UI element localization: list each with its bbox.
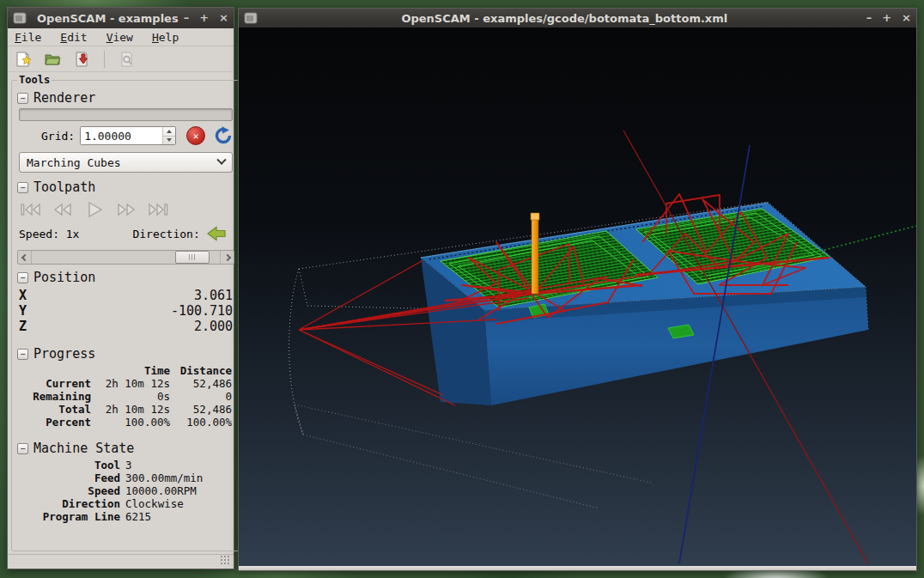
cutting-tool bbox=[531, 213, 539, 294]
speed-label: Speed: 1x bbox=[19, 228, 79, 240]
window-title: OpenSCAM - examples/gcode/botomata_botto… bbox=[263, 12, 866, 25]
skip-to-start-button[interactable] bbox=[19, 200, 43, 219]
preview-icon bbox=[119, 51, 136, 68]
open-file-button[interactable] bbox=[42, 49, 63, 70]
grid-spin-down[interactable] bbox=[163, 136, 175, 145]
window-icon bbox=[13, 12, 27, 24]
window-title: OpenSCAM - examples bbox=[32, 12, 184, 25]
close-button[interactable]: × bbox=[219, 8, 228, 28]
position-row-y: Y-100.710 bbox=[17, 303, 234, 319]
chevron-down-icon bbox=[216, 155, 226, 165]
machine-state-section-title: Machine State bbox=[33, 441, 134, 456]
right-titlebar[interactable]: OpenSCAM - examples/gcode/botomata_botto… bbox=[239, 9, 916, 27]
render-algorithm-value: Marching Cubes bbox=[27, 156, 218, 169]
play-icon bbox=[83, 201, 106, 218]
maximize-button[interactable]: + bbox=[199, 8, 209, 28]
progress-section-title: Progress bbox=[33, 346, 95, 362]
position-section-title: Position bbox=[33, 270, 95, 285]
3d-viewport[interactable] bbox=[239, 27, 916, 565]
grid-spin-up[interactable] bbox=[163, 127, 175, 136]
position-collapse-button[interactable]: − bbox=[17, 272, 28, 283]
menu-edit[interactable]: Edit bbox=[60, 31, 87, 44]
tools-group: Tools − Renderer Grid: ✕ bbox=[11, 74, 240, 551]
refresh-icon bbox=[214, 126, 233, 145]
grid-input[interactable] bbox=[81, 127, 162, 144]
toolpath-scrollbar[interactable] bbox=[17, 250, 234, 265]
close-button[interactable]: × bbox=[902, 8, 911, 28]
spin-up-icon bbox=[167, 130, 172, 133]
skip-to-end-icon bbox=[147, 202, 169, 217]
toolbar bbox=[8, 46, 234, 72]
menu-view[interactable]: View bbox=[106, 31, 133, 44]
table-row: Current2h 10m 12s52,486 bbox=[19, 377, 233, 390]
machine-state-table: Tool3 Feed300.00mm/min Speed10000.00RPM … bbox=[19, 459, 233, 523]
new-file-icon bbox=[15, 51, 32, 68]
left-titlebar[interactable]: OpenSCAM - examples – + × bbox=[8, 8, 234, 28]
progress-table: TimeDistance Current2h 10m 12s52,486 Rem… bbox=[19, 364, 233, 429]
save-icon bbox=[73, 51, 90, 68]
table-row: Tool3 bbox=[19, 459, 233, 472]
rewind-button[interactable] bbox=[51, 200, 75, 219]
render-algorithm-select[interactable]: Marching Cubes bbox=[19, 152, 233, 173]
fast-forward-button[interactable] bbox=[114, 200, 138, 219]
grid-spinbox bbox=[80, 126, 176, 145]
minimize-button[interactable]: – bbox=[866, 8, 872, 28]
scrollbar-thumb[interactable] bbox=[175, 251, 210, 264]
window-icon bbox=[244, 12, 258, 24]
viewer-window: OpenSCAM - examples/gcode/botomata_botto… bbox=[238, 8, 917, 571]
chevron-left-icon bbox=[21, 253, 27, 260]
playback-controls bbox=[19, 200, 233, 219]
chevron-right-icon bbox=[223, 253, 230, 260]
tools-group-label: Tools bbox=[17, 74, 52, 86]
resize-grip[interactable] bbox=[220, 555, 231, 566]
play-button[interactable] bbox=[82, 200, 106, 219]
spin-down-icon bbox=[167, 138, 172, 142]
skip-to-end-button[interactable] bbox=[146, 200, 170, 219]
skip-to-start-icon bbox=[20, 202, 42, 217]
table-row: Remaining0s0 bbox=[19, 390, 233, 403]
toolpath-section-title: Toolpath bbox=[33, 179, 95, 195]
table-row: DirectionClockwise bbox=[19, 497, 233, 510]
progress-collapse-button[interactable]: − bbox=[17, 349, 28, 360]
table-row: Feed300.00mm/min bbox=[19, 472, 233, 484]
direction-label: Direction: bbox=[132, 228, 199, 240]
fast-forward-icon bbox=[115, 202, 137, 217]
menu-help[interactable]: Help bbox=[152, 31, 179, 44]
preview-button[interactable] bbox=[117, 49, 137, 70]
table-row: Program Line6215 bbox=[19, 510, 233, 523]
scroll-right-button[interactable] bbox=[220, 251, 234, 264]
position-row-z: Z2.000 bbox=[17, 319, 234, 334]
table-row: Speed10000.00RPM bbox=[19, 484, 233, 497]
refresh-render-button[interactable] bbox=[214, 126, 233, 145]
direction-arrow-icon[interactable] bbox=[207, 226, 226, 241]
machine-state-collapse-button[interactable]: − bbox=[17, 443, 28, 454]
grid-label: Grid: bbox=[41, 130, 75, 143]
renderer-collapse-button[interactable]: − bbox=[17, 93, 28, 104]
toolpath-collapse-button[interactable]: − bbox=[17, 182, 28, 193]
scroll-left-button[interactable] bbox=[18, 251, 32, 264]
tools-window: OpenSCAM - examples – + × File Edit View… bbox=[7, 7, 234, 569]
menu-bar: File Edit View Help bbox=[8, 28, 234, 46]
render-progress-bar bbox=[19, 108, 233, 121]
rewind-icon bbox=[52, 202, 74, 217]
open-folder-icon bbox=[44, 51, 61, 68]
table-row: Total2h 10m 12s52,486 bbox=[19, 403, 233, 416]
cancel-render-button[interactable]: ✕ bbox=[186, 126, 205, 145]
renderer-section-title: Renderer bbox=[33, 90, 95, 106]
position-row-x: X3.061 bbox=[17, 288, 234, 303]
status-bar bbox=[8, 554, 234, 569]
maximize-button[interactable]: + bbox=[882, 8, 891, 28]
new-file-button[interactable] bbox=[13, 49, 33, 70]
minimize-button[interactable]: – bbox=[184, 8, 190, 28]
table-row: Percent100.00%100.00% bbox=[19, 416, 233, 429]
menu-file[interactable]: File bbox=[15, 31, 41, 44]
scrollbar-track[interactable] bbox=[32, 251, 220, 264]
progress-header-row: TimeDistance bbox=[19, 364, 233, 377]
export-button[interactable] bbox=[71, 49, 92, 70]
toolbar-separator bbox=[104, 51, 105, 68]
